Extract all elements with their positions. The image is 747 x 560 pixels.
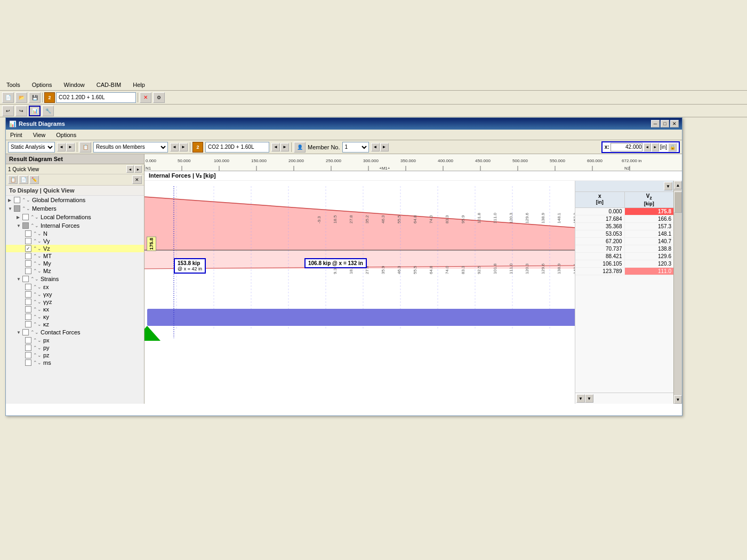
tree-item-My[interactable]: ⌃⌄ My bbox=[6, 260, 144, 267]
checkbox-N[interactable] bbox=[25, 230, 31, 237]
tb-open[interactable]: 📂 bbox=[15, 92, 27, 103]
menu-help[interactable]: Help bbox=[131, 81, 147, 89]
tree-item-Vy[interactable]: ⌃⌄ Vy bbox=[6, 237, 144, 245]
x-lock-icon[interactable]: 🔒 bbox=[668, 143, 677, 151]
tb-gear[interactable]: ⚙ bbox=[153, 92, 165, 103]
checkbox-gxy[interactable] bbox=[25, 291, 31, 298]
member-next[interactable]: ► bbox=[380, 143, 389, 151]
tree-item-global-deformations[interactable]: ▶ ⌃⌄ Global Deformations bbox=[6, 196, 144, 204]
checkbox-My[interactable] bbox=[25, 260, 31, 267]
tb2-btn3[interactable]: 🔧 bbox=[42, 106, 54, 116]
diagram-main-area: 0.000 50.000 100.000 150.000 200.000 bbox=[144, 154, 682, 404]
tree-item-gxy[interactable]: ⌃⌄ γxy bbox=[6, 291, 144, 298]
minimize-button[interactable]: ─ bbox=[651, 120, 660, 127]
menu-tools[interactable]: Tools bbox=[4, 81, 22, 89]
window-titlebar: 📊 Result Diagrams ─ □ ✕ bbox=[6, 118, 682, 130]
tree-item-ms[interactable]: ⌃⌄ ms bbox=[6, 359, 144, 366]
checkbox-MT[interactable] bbox=[25, 253, 31, 259]
qv-prev[interactable]: ◄ bbox=[126, 165, 134, 173]
tb-new[interactable]: 📄 bbox=[2, 92, 14, 103]
tree-item-kz[interactable]: ⌃⌄ κz bbox=[6, 321, 144, 328]
win-menu-print[interactable]: Print bbox=[8, 131, 25, 139]
tree-item-N[interactable]: ⌃⌄ N bbox=[6, 230, 144, 237]
checkbox-members[interactable] bbox=[14, 205, 20, 212]
delete-set-btn[interactable]: ✕ bbox=[132, 175, 142, 184]
scroll-up-btn[interactable]: ▲ bbox=[674, 181, 682, 189]
analysis-next[interactable]: ► bbox=[66, 143, 75, 151]
scroll-thumb[interactable] bbox=[674, 191, 682, 213]
results-next[interactable]: ► bbox=[179, 143, 188, 151]
tb-save[interactable]: 💾 bbox=[29, 92, 41, 103]
checkbox-pz[interactable] bbox=[25, 352, 31, 358]
member-icon[interactable]: 👤 bbox=[294, 142, 306, 153]
tree-item-contact-forces[interactable]: ▼ ⌃⌄ Contact Forces bbox=[6, 328, 144, 337]
tree-item-gyz[interactable]: ⌃⌄ γyz bbox=[6, 298, 144, 306]
checkbox-global[interactable] bbox=[14, 197, 20, 203]
scroll-down-btn[interactable]: ▼ bbox=[674, 395, 682, 404]
results-on-select[interactable]: Results on Members bbox=[93, 142, 168, 153]
checkbox-px[interactable] bbox=[25, 337, 31, 343]
menu-cadbim[interactable]: CAD-BIM bbox=[94, 81, 123, 89]
copy-set-btn[interactable]: 📄 bbox=[19, 175, 28, 184]
checkbox-ex[interactable] bbox=[25, 284, 31, 290]
tree-item-local-deformations[interactable]: ▶ ⌃⌄ Local Deformations bbox=[6, 213, 144, 221]
analysis-prev[interactable]: ◄ bbox=[57, 143, 66, 151]
checkbox-py[interactable] bbox=[25, 345, 31, 351]
win-menu-view[interactable]: View bbox=[31, 131, 48, 139]
checkbox-kx[interactable] bbox=[25, 306, 31, 313]
edit-set-btn[interactable]: ✏️ bbox=[29, 175, 39, 184]
tree-item-members[interactable]: ▼ ⌃⌄ Members bbox=[6, 204, 144, 213]
tb2-result-btn[interactable]: 📊 bbox=[29, 106, 41, 116]
tree-item-px[interactable]: ⌃⌄ px bbox=[6, 337, 144, 344]
x-value-input[interactable] bbox=[611, 143, 642, 151]
checkbox-Vz[interactable]: ✓ bbox=[25, 245, 31, 252]
results-icon[interactable]: 📋 bbox=[79, 142, 91, 153]
close-button[interactable]: ✕ bbox=[670, 120, 679, 127]
checkbox-gyz[interactable] bbox=[25, 299, 31, 305]
checkbox-ms[interactable] bbox=[25, 359, 31, 366]
svg-text:55.5: 55.5 bbox=[397, 215, 401, 223]
tree-item-MT[interactable]: ⌃⌄ MT bbox=[6, 252, 144, 260]
win-menu-options[interactable]: Options bbox=[54, 131, 78, 139]
checkbox-ky[interactable] bbox=[25, 314, 31, 320]
checkbox-contact[interactable] bbox=[22, 329, 29, 335]
tree-item-kx[interactable]: ⌃⌄ κx bbox=[6, 306, 144, 313]
checkbox-Mz[interactable] bbox=[25, 268, 31, 274]
load-case-label[interactable]: CO2 1.20D + 1.60L bbox=[56, 92, 136, 103]
tb-x[interactable]: ✕ bbox=[140, 92, 151, 103]
lc-prev[interactable]: ◄ bbox=[271, 143, 280, 151]
filter-min-btn[interactable]: ▼ bbox=[576, 394, 585, 403]
tb2-btn2[interactable]: ↪ bbox=[15, 106, 27, 116]
new-set-btn[interactable]: 📋 bbox=[8, 175, 18, 184]
checkbox-internal[interactable] bbox=[22, 222, 29, 229]
filter-max-btn[interactable]: ▼ bbox=[664, 182, 672, 190]
tree-item-strains[interactable]: ▼ ⌃⌄ Strains bbox=[6, 275, 144, 283]
maximize-button[interactable]: □ bbox=[661, 120, 669, 127]
lc-next[interactable]: ► bbox=[280, 143, 289, 151]
x-prev[interactable]: ◄ bbox=[644, 143, 651, 151]
menu-options[interactable]: Options bbox=[30, 81, 54, 89]
tb2-btn1[interactable]: ↩ bbox=[2, 106, 14, 116]
tree-item-ky[interactable]: ⌃⌄ κy bbox=[6, 313, 144, 321]
checkbox-strains[interactable] bbox=[22, 276, 29, 282]
tree-item-pz[interactable]: ⌃⌄ pz bbox=[6, 351, 144, 359]
tree-item-Mz[interactable]: ⌃⌄ Mz bbox=[6, 267, 144, 275]
tree-item-py[interactable]: ⌃⌄ py bbox=[6, 344, 144, 351]
tree-item-internal-forces[interactable]: ▼ ⌃⌄ Internal Forces bbox=[6, 221, 144, 230]
quick-view-row[interactable]: 1 Quick View ◄ ► bbox=[6, 164, 144, 174]
tree-item-ex[interactable]: ⌃⌄ εx bbox=[6, 283, 144, 291]
analysis-type-select[interactable]: Static Analysis bbox=[8, 142, 55, 153]
tree-item-Vz[interactable]: ✓ ⌃⌄ Vz bbox=[6, 245, 144, 252]
checkbox-local[interactable] bbox=[22, 214, 29, 220]
menu-window[interactable]: Window bbox=[62, 81, 87, 89]
ruler-svg: 0.000 50.000 100.000 150.000 200.000 bbox=[144, 154, 682, 171]
x-next[interactable]: ► bbox=[652, 143, 659, 151]
member-prev[interactable]: ◄ bbox=[371, 143, 380, 151]
qv-next[interactable]: ► bbox=[134, 165, 142, 173]
x-unit: [in] bbox=[660, 144, 667, 150]
checkbox-Vy[interactable] bbox=[25, 238, 31, 244]
results-prev[interactable]: ◄ bbox=[170, 143, 179, 151]
member-no-select[interactable]: 1 bbox=[342, 142, 369, 153]
filter-mid-btn[interactable]: ▼ bbox=[585, 394, 593, 403]
checkbox-kz[interactable] bbox=[25, 321, 31, 327]
